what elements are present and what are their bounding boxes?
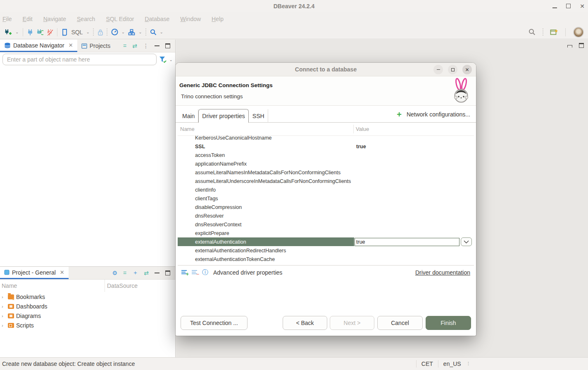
new-connection-icon[interactable] [4, 28, 12, 36]
window-minimize-icon[interactable] [552, 3, 557, 9]
disconnect-icon[interactable] [47, 29, 53, 36]
property-row[interactable]: dnsResolver [178, 211, 474, 220]
driver-documentation-link[interactable]: Driver documentation [415, 269, 470, 276]
expand-chevron-icon[interactable]: › [2, 304, 6, 309]
panel-maximize-icon[interactable] [165, 270, 170, 275]
menu-item[interactable]: Navigate [43, 16, 66, 22]
test-connection-button[interactable]: Test Connection ... [181, 316, 248, 330]
tree-item[interactable]: › Scripts [0, 320, 175, 330]
property-row[interactable]: externalAuthenticationRedirectHandlers [178, 246, 474, 255]
tab-projects[interactable]: Projects [77, 40, 115, 52]
property-row[interactable]: SSL true [178, 142, 474, 151]
remove-property-icon[interactable]: − [192, 270, 198, 275]
view-menu-icon[interactable]: ⋮ [143, 43, 149, 49]
property-name: accessToken [195, 152, 225, 158]
property-row[interactable]: explicitPrepare [178, 229, 474, 237]
add-property-icon[interactable]: + [181, 270, 188, 275]
window-maximize-icon[interactable] [566, 3, 571, 9]
filter-chevron-icon[interactable]: ⌄ [169, 57, 173, 62]
column-name[interactable]: Name [178, 126, 353, 132]
sql-label[interactable]: SQL [71, 29, 83, 36]
search-chevron-icon[interactable]: ⌄ [160, 30, 163, 34]
panel-minimize-icon[interactable] [155, 273, 159, 273]
dialog-close-icon[interactable]: ✕ [462, 65, 472, 74]
expand-chevron-icon[interactable]: › [2, 323, 6, 328]
project-icon [4, 270, 10, 275]
property-row[interactable]: assumeLiteralNamesInMetadataCallsForNonC… [178, 168, 474, 177]
menu-item[interactable]: Database [145, 16, 169, 22]
sql-editor-icon[interactable] [62, 28, 68, 36]
panel-maximize-icon[interactable] [165, 43, 170, 48]
dashboard-icon[interactable] [111, 28, 118, 36]
tab-close-icon[interactable]: ✕ [60, 269, 64, 275]
collapse-all-icon[interactable]: = [123, 270, 126, 276]
expand-chevron-icon[interactable]: › [2, 294, 6, 299]
property-row[interactable]: dnsResolverContext [178, 220, 474, 229]
export-icon[interactable] [128, 29, 135, 36]
export-chevron-icon[interactable]: ⌄ [138, 30, 142, 34]
dashboard-chevron-icon[interactable]: ⌄ [121, 30, 125, 34]
connect-icon[interactable] [27, 29, 33, 36]
menu-item[interactable]: Search [77, 16, 95, 22]
property-row[interactable]: assumeLiteralUnderscoreInMetadataCallsFo… [178, 177, 474, 185]
tab-close-icon[interactable]: ✕ [69, 42, 73, 48]
dialog-tab[interactable]: SSH [249, 109, 268, 123]
menu-item[interactable]: Help [212, 16, 224, 22]
expand-chevron-icon[interactable]: › [2, 313, 6, 318]
tab-database-navigator[interactable]: Database Navigator ✕ [0, 40, 77, 52]
panel-minimize-icon[interactable] [155, 45, 159, 46]
perspective-icon[interactable] [550, 28, 558, 36]
property-row[interactable]: applicationNamePrefix [178, 159, 474, 168]
menu-item[interactable]: Edit [23, 16, 33, 22]
menu-item[interactable]: SQL Editor [106, 16, 134, 22]
property-row[interactable]: externalAuthenticationTokenCache [178, 255, 474, 263]
collapse-all-icon[interactable]: = [123, 43, 126, 49]
dialog-tab[interactable]: Driver properties [198, 109, 248, 123]
lock-icon[interactable] [98, 29, 103, 36]
tab-project-general[interactable]: Project - General ✕ [0, 267, 69, 279]
project-panel: Project - General ✕ ⚙ = ＋ ⇄ Name DataSou… [0, 266, 176, 357]
settings-gear-icon[interactable]: ⚙ [112, 270, 118, 276]
properties-footer: + − ⓘ Advanced driver properties Driver … [176, 266, 476, 279]
finish-button[interactable]: Finish [426, 316, 471, 330]
link-editor-icon[interactable]: ⇄ [132, 43, 137, 49]
editor-maximize-icon[interactable] [579, 43, 584, 48]
value-dropdown-button[interactable] [461, 237, 472, 246]
dialog-tab[interactable]: Main [179, 109, 198, 123]
dialog-maximize-icon[interactable] [448, 65, 457, 74]
menu-item[interactable]: File [2, 16, 12, 22]
property-value-input[interactable] [355, 238, 459, 246]
menu-item[interactable]: Window [180, 16, 201, 22]
property-row[interactable]: KerberosUseCanonicalHostname [178, 136, 474, 142]
dialog-titlebar[interactable]: Connect to a database ✕ [176, 63, 476, 76]
property-row[interactable]: clientTags [178, 194, 474, 203]
back-button[interactable]: < Back [283, 316, 327, 330]
reconnect-icon[interactable] [36, 29, 43, 36]
object-filter-input[interactable] [2, 54, 157, 65]
tree-item[interactable]: › Dashboards [0, 301, 175, 311]
sql-chevron-icon[interactable]: ⌄ [86, 30, 89, 34]
tree-item[interactable]: › Bookmarks [0, 292, 175, 301]
editor-minimize-icon[interactable] [567, 45, 572, 47]
tree-item[interactable]: › Diagrams [0, 311, 175, 320]
toolbar-search-icon[interactable] [150, 29, 157, 36]
new-connection-chevron-icon[interactable]: ⌄ [15, 30, 19, 34]
expand-all-icon[interactable]: ＋ [132, 269, 138, 277]
window-close-icon[interactable]: ✕ [580, 4, 585, 9]
dialog-subheading: Trino connection settings [181, 93, 243, 100]
dialog-tabbar: MainDriver propertiesSSH + Network confi… [176, 106, 476, 123]
user-avatar[interactable] [573, 27, 584, 38]
dialog-minimize-icon[interactable] [433, 65, 443, 74]
property-row[interactable]: clientInfo [178, 185, 474, 194]
property-row[interactable]: disableCompression [178, 203, 474, 211]
statusbar-grip[interactable]: ⁞ [466, 361, 468, 367]
filter-funnel-icon[interactable] [159, 56, 167, 63]
cancel-button[interactable]: Cancel [377, 316, 423, 330]
global-search-icon[interactable] [528, 28, 536, 36]
property-row[interactable]: externalAuthentication true [178, 237, 474, 246]
property-row[interactable]: accessToken [178, 151, 474, 159]
properties-grid: KerberosUseCanonicalHostname SSL true [178, 136, 474, 266]
link-editor-icon[interactable]: ⇄ [144, 270, 149, 276]
column-value[interactable]: Value [353, 125, 474, 134]
property-row[interactable]: extraCredentials [178, 263, 474, 266]
